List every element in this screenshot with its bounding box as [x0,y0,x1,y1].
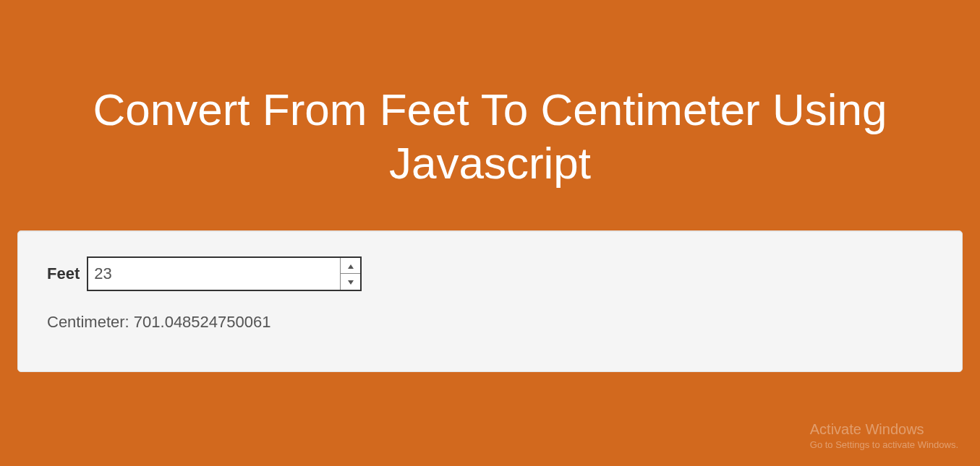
feet-input[interactable] [87,256,362,291]
converter-panel: Feet Centimeter: 701.048524750061 [17,230,963,372]
spinner-up-button[interactable] [341,258,360,275]
chevron-up-icon [347,259,354,272]
windows-activation-watermark: Activate Windows Go to Settings to activ… [810,421,958,450]
feet-input-row: Feet [47,256,933,291]
chevron-down-icon [347,275,354,288]
number-input-wrapper [87,256,362,291]
page-title: Convert From Feet To Centimeter Using Ja… [0,0,980,230]
result-label: Centimeter: [47,313,134,331]
number-spinner [340,258,360,290]
watermark-title: Activate Windows [810,421,958,438]
feet-label: Feet [47,264,80,283]
svg-marker-1 [348,280,354,285]
result-value: 701.048524750061 [134,313,271,331]
svg-marker-0 [348,264,354,269]
result-text: Centimeter: 701.048524750061 [47,313,933,332]
spinner-down-button[interactable] [341,274,360,290]
watermark-subtitle: Go to Settings to activate Windows. [810,439,958,450]
